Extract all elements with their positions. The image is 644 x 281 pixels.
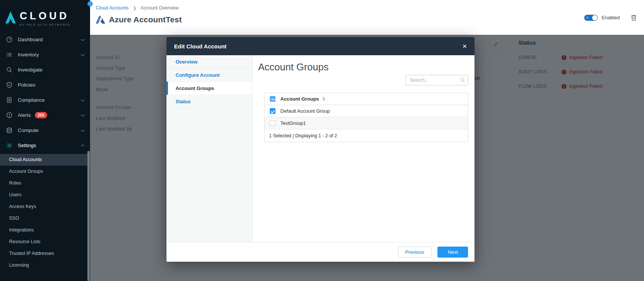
page-header: Cloud Accounts ❯ Account Overview Azure … xyxy=(90,0,644,35)
close-icon[interactable]: × xyxy=(462,42,467,50)
breadcrumb-current: Account Overview xyxy=(140,5,179,11)
subnav-label: Users xyxy=(9,192,22,197)
nav-label: Dashboard xyxy=(18,37,43,42)
table-footer: 1 Selected | Displaying 1 - 2 of 2 xyxy=(264,129,468,142)
sidebar-item-dashboard[interactable]: Dashboard xyxy=(0,32,90,47)
modal-main: Account Groups Account Groups ⇅ Default … xyxy=(253,55,474,242)
magnifier-icon xyxy=(6,67,13,73)
search-input[interactable] xyxy=(406,75,468,85)
gauge-icon xyxy=(6,36,13,43)
chevron-down-icon xyxy=(81,98,85,101)
chevron-up-icon xyxy=(81,144,85,148)
sidebar-item-access-keys[interactable]: Access Keys xyxy=(0,201,90,213)
chevron-down-icon xyxy=(81,52,85,56)
toggle-label: Enabled xyxy=(602,15,620,20)
modal-title: Edit Cloud Account xyxy=(174,43,227,50)
modal-section-heading: Account Groups xyxy=(258,61,474,73)
account-group-name: TestGroup1 xyxy=(280,120,306,126)
shield-icon xyxy=(6,82,13,88)
sidebar: CLOUD BY PALO ALTO NETWORKS Dashboard In… xyxy=(0,0,90,281)
subnav-label: Trusted IP Addresses xyxy=(9,251,54,256)
edit-cloud-account-modal: Edit Cloud Account × Overview Configure … xyxy=(166,37,474,262)
select-all-checkbox[interactable] xyxy=(270,96,275,102)
logo-title: CLOUD xyxy=(20,11,70,22)
cloud-logo-icon xyxy=(5,11,17,24)
app-logo: CLOUD BY PALO ALTO NETWORKS xyxy=(0,0,90,26)
modal-tab-label: Overview xyxy=(176,59,198,65)
subnav-label: Cloud Accounts xyxy=(9,157,42,162)
modal-tab-label: Status xyxy=(176,99,191,104)
chevron-down-icon xyxy=(81,128,85,132)
sidebar-item-investigate[interactable]: Investigate xyxy=(0,62,90,78)
gear-icon xyxy=(6,142,13,149)
account-groups-table: Account Groups ⇅ Default Account Group T… xyxy=(264,93,468,142)
sidebar-item-account-groups[interactable]: Account Groups xyxy=(0,166,90,177)
modal-tab-status[interactable]: Status xyxy=(166,95,252,108)
row-checkbox[interactable] xyxy=(270,120,275,126)
logo-subtitle: BY PALO ALTO NETWORKS xyxy=(20,23,70,26)
nav-label: Compute xyxy=(18,127,39,133)
sidebar-item-compute[interactable]: Compute xyxy=(0,123,90,138)
azure-icon xyxy=(96,16,105,24)
sidebar-item-roles[interactable]: Roles xyxy=(0,177,90,189)
table-header-row: Account Groups ⇅ xyxy=(264,93,468,105)
breadcrumb-link-cloud-accounts[interactable]: Cloud Accounts xyxy=(96,5,129,11)
subnav-label: SSO xyxy=(9,216,19,221)
page-title: Azure AccountTest xyxy=(109,15,182,24)
modal-tab-overview[interactable]: Overview xyxy=(166,55,252,68)
sidebar-item-compliance[interactable]: Compliance xyxy=(0,93,90,108)
sidebar-item-inventory[interactable]: Inventory xyxy=(0,47,90,62)
table-row[interactable]: Default Account Group xyxy=(264,105,468,117)
nav-label: Policies xyxy=(18,82,36,88)
sidebar-collapse-button[interactable]: ‹ xyxy=(87,1,93,6)
subnav-label: Access Keys xyxy=(9,204,36,209)
enabled-toggle[interactable] xyxy=(584,15,598,21)
modal-step-nav: Overview Configure Account Account Group… xyxy=(166,55,253,242)
modal-header: Edit Cloud Account × xyxy=(166,37,474,55)
sidebar-item-resource-lists[interactable]: Resource Lists xyxy=(0,236,90,248)
next-button[interactable]: Next xyxy=(437,247,468,258)
sidebar-item-trusted-ip-addresses[interactable]: Trusted IP Addresses xyxy=(0,248,90,259)
modal-tab-account-groups[interactable]: Account Groups xyxy=(166,82,252,95)
sidebar-item-settings[interactable]: Settings xyxy=(0,138,90,153)
sidebar-item-policies[interactable]: Policies xyxy=(0,78,90,93)
subnav-label: Integrations xyxy=(9,227,34,233)
sidebar-item-integrations[interactable]: Integrations xyxy=(0,224,90,236)
settings-subnav: Cloud Accounts Account Groups Roles User… xyxy=(0,154,90,271)
modal-tab-configure-account[interactable]: Configure Account xyxy=(166,68,252,82)
previous-button[interactable]: Previous xyxy=(398,247,432,258)
database-icon xyxy=(6,127,13,134)
breadcrumb: Cloud Accounts ❯ Account Overview xyxy=(96,5,644,11)
document-icon xyxy=(6,97,13,104)
sidebar-item-sso[interactable]: SSO xyxy=(0,213,90,224)
chevron-right-icon: ❯ xyxy=(133,6,136,10)
modal-footer: Previous Next xyxy=(166,242,474,262)
nav-label: Inventory xyxy=(18,52,39,57)
nav-label: Alerts xyxy=(18,112,31,118)
sidebar-scrollbar[interactable] xyxy=(87,151,90,281)
nav-label: Investigate xyxy=(18,67,42,73)
subnav-label: Licensing xyxy=(9,262,29,268)
trash-icon[interactable] xyxy=(630,14,637,21)
subnav-label: Resource Lists xyxy=(9,239,40,244)
sidebar-nav: Dashboard Inventory Investigate Policies xyxy=(0,32,90,153)
subnav-label: Roles xyxy=(9,180,21,186)
sidebar-item-alerts[interactable]: Alerts 265 xyxy=(0,108,90,123)
chevron-down-icon xyxy=(81,37,85,41)
modal-tab-label: Configure Account xyxy=(176,72,220,78)
nav-label: Settings xyxy=(18,143,36,148)
chevron-down-icon xyxy=(81,113,85,116)
subnav-label: Account Groups xyxy=(9,169,43,174)
modal-tab-label: Account Groups xyxy=(176,85,214,91)
sort-icon[interactable]: ⇅ xyxy=(322,96,326,102)
alerts-count-badge: 265 xyxy=(35,112,48,118)
row-checkbox[interactable] xyxy=(270,108,275,114)
sidebar-item-cloud-accounts[interactable]: Cloud Accounts xyxy=(0,154,90,166)
sidebar-item-licensing[interactable]: Licensing xyxy=(0,259,90,271)
table-row[interactable]: TestGroup1 xyxy=(264,117,468,129)
column-header-account-groups[interactable]: Account Groups xyxy=(280,96,319,102)
search-box xyxy=(406,75,468,85)
sidebar-item-users[interactable]: Users xyxy=(0,189,90,201)
account-group-name: Default Account Group xyxy=(280,108,330,114)
list-icon xyxy=(6,51,13,58)
